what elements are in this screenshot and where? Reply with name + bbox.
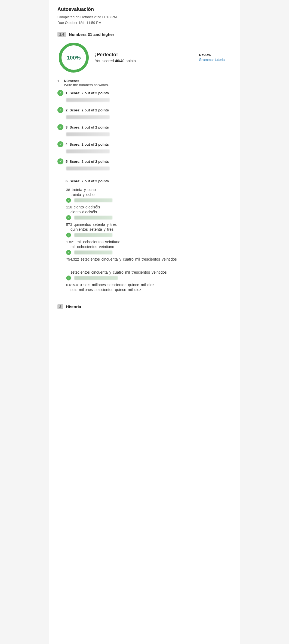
review-section: Review Grammar tutorial xyxy=(199,53,232,62)
question-6-block: 6. Score: 2 out of 2 points 38 treinta y… xyxy=(57,179,232,292)
q3-score: 3. Score: 2 out of 2 points xyxy=(66,125,109,129)
input-bar-38-visual xyxy=(74,198,112,202)
q3-score-row: 3. Score: 2 out of 2 points xyxy=(57,124,232,130)
q2-score: 2. Score: 2 out of 2 points xyxy=(66,108,109,112)
q4-blurred-input xyxy=(66,149,110,153)
check-116-icon xyxy=(66,215,71,220)
circular-progress: 100% xyxy=(57,41,90,74)
q3-check-icon xyxy=(57,124,63,130)
q5-blurred-input xyxy=(66,167,110,170)
score-info: ¡Perfecto! You scored 40/40 points. xyxy=(95,52,194,63)
input-bar-1821-visual xyxy=(74,251,112,254)
input-bar-116-visual xyxy=(74,216,112,220)
answer-6615010-row: 6.615.010 seis millones seiscientos quin… xyxy=(66,283,232,287)
q2-check-icon xyxy=(57,107,63,113)
answer-38-row: 38 treinta y ocho xyxy=(66,187,232,192)
question-2-block: 2. Score: 2 out of 2 points xyxy=(57,107,232,119)
q5-check-icon xyxy=(57,158,63,164)
activity1-section: 1 Números Write the numbers as words. 1.… xyxy=(57,79,232,292)
q1-check-icon xyxy=(57,90,63,96)
answer-1821-row: 1.821 mil ochocientos veintiuno xyxy=(66,240,232,244)
input-bar-754322-visual xyxy=(74,276,118,280)
correct-754322-row: setecientos cincuenta y cuatro mil tresc… xyxy=(66,270,232,274)
check-754322-icon xyxy=(66,276,71,280)
q2-blurred-input xyxy=(66,115,110,119)
answers-block: 38 treinta y ocho treinta y ocho 116 xyxy=(66,187,232,292)
activity2-num: 2 xyxy=(57,304,63,309)
correct-116-row: ciento dieciséis xyxy=(66,210,232,214)
q1-score: 1. Score: 2 out of 2 points xyxy=(66,91,109,95)
correct-6615010-row: seis millones seiscientos quince mil die… xyxy=(66,287,232,292)
perfecto-text: ¡Perfecto! xyxy=(95,52,194,58)
q1-score-row: 1. Score: 2 out of 2 points xyxy=(57,90,232,96)
q4-check-icon xyxy=(57,141,63,147)
activity1-desc: Números Write the numbers as words. xyxy=(64,79,109,87)
check-573-icon xyxy=(66,233,71,237)
q1-blurred-input xyxy=(66,98,110,102)
spacer-754322 xyxy=(66,262,232,270)
grammar-tutorial-link[interactable]: Grammar tutorial xyxy=(199,58,226,62)
correct-573-row: quinientos setenta y tres xyxy=(66,227,232,232)
answer-754322-row: 754.322 setecientos cincuenta y cuatro m… xyxy=(66,257,232,261)
activity2-header: 2 Historia xyxy=(57,300,232,309)
q6-score: 6. Score: 2 out of 2 points xyxy=(66,179,109,183)
review-label: Review xyxy=(199,53,232,57)
answer-116-row: 116 ciento dieciséis xyxy=(66,205,232,209)
q4-score-row: 4. Score: 2 out of 2 points xyxy=(57,141,232,147)
input-bar-1821 xyxy=(66,250,232,255)
page-title: Autoevaluación xyxy=(57,7,232,12)
input-bar-38 xyxy=(66,198,232,203)
question-3-block: 3. Score: 2 out of 2 points xyxy=(57,124,232,136)
question-4-block: 4. Score: 2 out of 2 points xyxy=(57,141,232,153)
q5-score-row: 5. Score: 2 out of 2 points xyxy=(57,158,232,164)
section-number: 2.4 xyxy=(57,32,66,37)
check-1821-icon xyxy=(66,250,71,255)
completed-date: Completed on October 21st 11:18 PM Due O… xyxy=(57,14,232,26)
q3-blurred-input xyxy=(66,132,110,136)
section-header: 2.4 Numbers 31 and higher xyxy=(57,32,232,37)
progress-label: 100% xyxy=(67,54,81,61)
section-title: Numbers 31 and higher xyxy=(69,32,114,37)
q5-score: 5. Score: 2 out of 2 points xyxy=(66,160,109,164)
input-bar-573 xyxy=(66,233,232,237)
input-bar-573-visual xyxy=(74,233,112,237)
q2-score-row: 2. Score: 2 out of 2 points xyxy=(57,107,232,113)
correct-38-row: treinta y ocho xyxy=(66,192,232,197)
q4-score: 4. Score: 2 out of 2 points xyxy=(66,142,109,146)
activity2-title: Historia xyxy=(66,304,81,309)
page-container: Autoevaluación Completed on October 21st… xyxy=(49,0,240,644)
check-38-icon xyxy=(66,198,71,203)
correct-1821-row: mil ochocientos veintiuno xyxy=(66,245,232,249)
answer-573-row: 573 quinientos setenta y tres xyxy=(66,222,232,227)
question-1-block: 1. Score: 2 out of 2 points xyxy=(57,90,232,102)
input-bar-116 xyxy=(66,215,232,220)
score-detail: You scored 40/40 points. xyxy=(95,59,194,63)
score-row: 100% ¡Perfecto! You scored 40/40 points.… xyxy=(57,41,232,74)
activity1-num: 1 xyxy=(57,79,61,83)
q6-score-row: 6. Score: 2 out of 2 points xyxy=(57,179,232,183)
question-5-block: 5. Score: 2 out of 2 points xyxy=(57,158,232,170)
activity1-header: 1 Números Write the numbers as words. xyxy=(57,79,232,87)
input-bar-754322 xyxy=(66,276,232,280)
